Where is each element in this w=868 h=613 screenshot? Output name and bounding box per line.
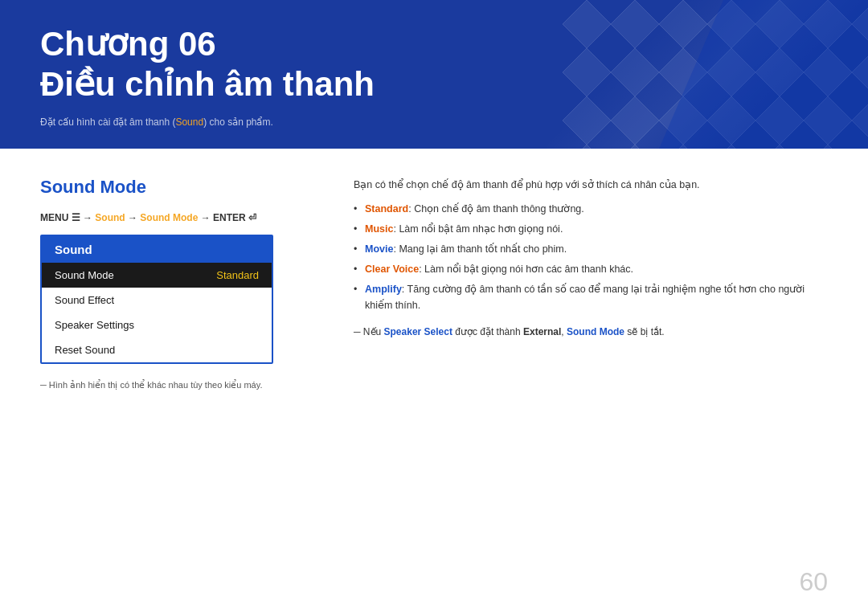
term-amplify: Amplify	[365, 284, 402, 295]
header-banner: Chương 06 Điều chỉnh âm thanh Đặt cấu hì…	[0, 0, 868, 149]
sound-menu-item-speaker-settings[interactable]: Speaker Settings	[42, 313, 272, 337]
list-item-standard: Standard: Chọn chế độ âm thanh thông thư…	[354, 201, 828, 217]
sound-menu-header: Sound	[42, 236, 272, 263]
sound-mode-label: Sound Mode	[55, 269, 114, 281]
header-subtitle: Đặt cấu hình cài đặt âm thanh (Sound) ch…	[40, 116, 828, 128]
menu-instruction: MENU ☰ → Sound → Sound Mode → ENTER ⏎	[40, 212, 313, 223]
sound-menu-item-sound-mode[interactable]: Sound Mode Standard	[42, 263, 272, 288]
speaker-settings-label: Speaker Settings	[55, 319, 134, 331]
term-music: Music	[365, 223, 393, 235]
list-item-music: Music: Làm nổi bật âm nhạc hơn giọng nói…	[354, 221, 828, 237]
page-number: 60	[799, 567, 828, 597]
note-image-text: Hình ảnh hiển thị có thể khác nhau tùy t…	[40, 380, 313, 390]
chapter-title: Chương 06 Điều chỉnh âm thanh	[40, 24, 828, 105]
list-item-clear-voice: Clear Voice: Làm nổi bật giọng nói hơn c…	[354, 261, 828, 277]
description-intro: Bạn có thể chọn chế độ âm thanh để phù h…	[354, 177, 828, 193]
left-column: Sound Mode MENU ☰ → Sound → Sound Mode →…	[40, 177, 313, 390]
list-item-amplify: Amplify: Tăng cường độ âm thanh có tần s…	[354, 281, 828, 313]
term-standard: Standard	[365, 203, 408, 215]
list-item-movie: Movie: Mang lại âm thanh tốt nhất cho ph…	[354, 241, 828, 257]
section-title: Sound Mode	[40, 177, 313, 198]
sound-menu-item-sound-effect[interactable]: Sound Effect	[42, 288, 272, 313]
sound-menu-item-reset-sound[interactable]: Reset Sound	[42, 337, 272, 362]
sound-effect-label: Sound Effect	[55, 294, 114, 306]
bullet-list: Standard: Chọn chế độ âm thanh thông thư…	[354, 201, 828, 313]
note-line: Nếu Speaker Select được đặt thành Extern…	[354, 325, 828, 340]
term-movie: Movie	[365, 243, 393, 255]
right-column: Bạn có thể chọn chế độ âm thanh để phù h…	[354, 177, 828, 390]
sound-menu: Sound Sound Mode Standard Sound Effect S…	[40, 235, 273, 364]
sound-mode-value: Standard	[216, 269, 259, 281]
term-clear-voice: Clear Voice	[365, 264, 419, 275]
main-content: Sound Mode MENU ☰ → Sound → Sound Mode →…	[0, 149, 868, 419]
reset-sound-label: Reset Sound	[55, 344, 115, 356]
